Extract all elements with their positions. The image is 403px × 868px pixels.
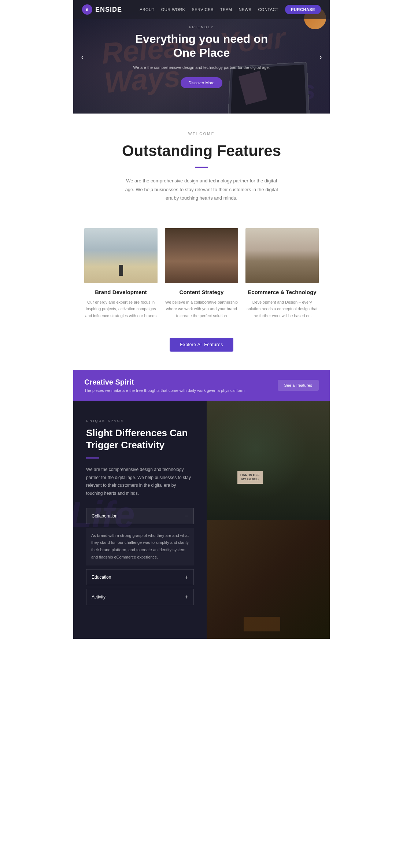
explore-section: Explore All Features bbox=[73, 327, 330, 370]
sign-text: HANDS OFFMY GLASS bbox=[240, 473, 260, 481]
feature-desc-content: We believe in a collaborative partnershi… bbox=[165, 299, 238, 319]
nav-services[interactable]: SERVICES bbox=[192, 7, 213, 12]
hero-next-button[interactable]: › bbox=[315, 51, 326, 62]
navbar: e ENSIDE ABOUT OUR WORK SERVICES TEAM NE… bbox=[73, 0, 330, 19]
photo-bottom bbox=[207, 520, 330, 639]
feature-title-brand: Brand Development bbox=[84, 289, 158, 295]
feature-card-ecommerce: Ecommerce & Technology Development and D… bbox=[245, 228, 319, 319]
welcome-description: We are the comprehensive design and tech… bbox=[125, 177, 278, 202]
nav-contact[interactable]: CONTACT bbox=[258, 7, 278, 12]
table-shape bbox=[244, 617, 280, 631]
hero-subtitle: We are the comprehensive design and tech… bbox=[132, 64, 271, 71]
dark-description: We are the comprehensive design and tech… bbox=[86, 466, 194, 497]
welcome-section: WELCOME Outstanding Features We are the … bbox=[73, 114, 330, 217]
feature-desc-ecommerce: Development and Design – every solution … bbox=[245, 299, 319, 319]
accordion-collaboration: Collaboration − bbox=[86, 508, 194, 524]
accordion-collaboration-body: As brand with a strong grasp of who they… bbox=[86, 528, 194, 565]
hero-friendly-label: FRIENDLY bbox=[132, 25, 271, 29]
creative-banner-text: Creative Spirit The pieces we make are t… bbox=[84, 378, 245, 393]
creative-banner-subtitle: The pieces we make are the free thoughts… bbox=[84, 388, 245, 393]
accordion-collaboration-label: Collaboration bbox=[92, 513, 118, 519]
dark-section-title: Slight Differences Can Trigger Creativit… bbox=[86, 427, 194, 452]
hero-content: FRIENDLY Everything you need on One Plac… bbox=[132, 25, 271, 88]
dark-section: Life UNIQUE SPACE Slight Differences Can… bbox=[73, 401, 330, 639]
accordion-education-expand-icon: + bbox=[185, 574, 188, 580]
photo-top: HANDS OFFMY GLASS bbox=[207, 401, 330, 520]
explore-all-button[interactable]: Explore All Features bbox=[170, 338, 233, 352]
dark-right-photos: HANDS OFFMY GLASS bbox=[207, 401, 330, 639]
hero-cta-button[interactable]: Discover More bbox=[181, 77, 223, 88]
nav-news[interactable]: NEWS bbox=[239, 7, 251, 12]
nav-purchase-button[interactable]: PURCHASE bbox=[285, 5, 321, 14]
hero-title: Everything you need on One Place bbox=[132, 32, 271, 60]
feature-desc-brand: Our energy and expertise are focus in in… bbox=[84, 299, 158, 319]
unique-space-label: UNIQUE SPACE bbox=[86, 419, 194, 423]
feature-image-ecommerce bbox=[245, 228, 319, 283]
features-grid: Brand Development Our energy and experti… bbox=[73, 217, 330, 327]
logo-name: ENSIDE bbox=[95, 6, 122, 14]
welcome-divider bbox=[195, 167, 208, 168]
feature-image-brand bbox=[84, 228, 158, 283]
welcome-label: WELCOME bbox=[95, 132, 308, 136]
logo[interactable]: e ENSIDE bbox=[82, 4, 122, 15]
accordion-activity-label: Activity bbox=[92, 594, 106, 600]
hero-prev-button[interactable]: ‹ bbox=[77, 51, 88, 62]
creative-banner-title: Creative Spirit bbox=[84, 378, 245, 386]
nav-team[interactable]: TEAM bbox=[220, 7, 232, 12]
see-all-features-button[interactable]: See all features bbox=[278, 380, 319, 391]
accordion-activity: Activity + bbox=[86, 589, 194, 605]
dark-divider bbox=[86, 457, 99, 459]
accordion-activity-expand-icon: + bbox=[185, 594, 188, 600]
accordion-activity-header[interactable]: Activity + bbox=[86, 589, 193, 605]
nav-our-work[interactable]: OUR WORK bbox=[161, 7, 185, 12]
accordion-education-label: Education bbox=[92, 575, 111, 580]
accordion-education-header[interactable]: Education + bbox=[86, 570, 193, 585]
accordion-collaboration-header[interactable]: Collaboration − bbox=[86, 508, 193, 524]
accordion-collaboration-text: As brand with a strong grasp of who they… bbox=[91, 532, 189, 561]
logo-icon: e bbox=[82, 4, 92, 15]
accordion-collapse-icon: − bbox=[185, 513, 188, 519]
nav-about[interactable]: ABOUT bbox=[140, 7, 154, 12]
feature-card-brand: Brand Development Our energy and experti… bbox=[84, 228, 158, 319]
feature-title-content: Content Strategy bbox=[165, 289, 238, 295]
feature-image-content bbox=[165, 228, 238, 283]
dark-left-content: Life UNIQUE SPACE Slight Differences Can… bbox=[73, 401, 207, 639]
sign-overlay: HANDS OFFMY GLASS bbox=[237, 471, 263, 484]
accordion-education: Education + bbox=[86, 569, 194, 585]
creative-banner: Creative Spirit The pieces we make are t… bbox=[73, 370, 330, 401]
feature-card-content: Content Strategy We believe in a collabo… bbox=[165, 228, 238, 319]
feature-title-ecommerce: Ecommerce & Technology bbox=[245, 289, 319, 295]
welcome-title: Outstanding Features bbox=[95, 142, 308, 160]
nav-links: ABOUT OUR WORK SERVICES TEAM NEWS CONTAC… bbox=[140, 5, 321, 14]
